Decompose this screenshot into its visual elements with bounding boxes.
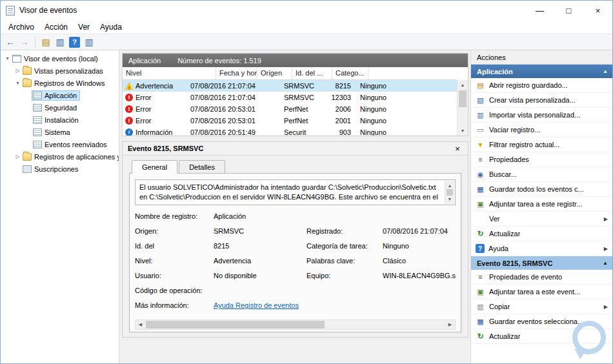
help-icon: ? <box>476 244 485 253</box>
action-item[interactable]: ≡ Propiedades <box>471 152 612 167</box>
collapse-icon[interactable]: ▴ <box>604 260 607 266</box>
detail-tab[interactable]: General <box>132 160 177 174</box>
save-all-events-icon: ▦ <box>476 185 485 194</box>
action-item[interactable]: ≡ Propiedades de evento <box>471 270 612 285</box>
tree-item[interactable]: ▷ Vistas personalizadas <box>1 65 119 77</box>
action-item[interactable]: ▦ Guardar todos los eventos c... <box>471 182 612 197</box>
event-level: Error <box>136 94 151 101</box>
action-item[interactable]: ▧ Crear vista personalizada... <box>471 93 612 108</box>
action-item[interactable]: ↻ Actualizar <box>471 227 612 241</box>
event-row[interactable]: Advertencia 07/08/2016 21:07:04 SRMSVC 8… <box>123 80 457 92</box>
tree-item[interactable]: Sistema <box>1 126 119 138</box>
title-bar: Visor de eventos — □ × <box>1 1 612 20</box>
column-header[interactable]: Fecha y hora <box>216 67 257 79</box>
submenu-arrow-icon: ▶ <box>604 304 608 310</box>
action-item[interactable]: ? Ayuda ▶ <box>471 241 612 256</box>
scrollbar-thumb[interactable] <box>146 321 325 329</box>
tree-item[interactable]: ▾ Registros de Windows <box>1 77 119 89</box>
column-header[interactable]: Origen <box>257 67 292 79</box>
tree-item-label: Eventos reenviados <box>45 141 107 148</box>
actions-section-application[interactable]: Aplicación ▴ <box>471 65 612 78</box>
tree-item[interactable]: Instalación <box>1 114 119 126</box>
tree-expander-icon[interactable]: ▾ <box>3 56 12 61</box>
event-row[interactable]: Error 07/08/2016 20:53:01 PerfNet 2006 N… <box>123 103 457 115</box>
column-header[interactable]: Id. del ... <box>292 67 332 79</box>
export-list-icon[interactable]: ▤ <box>39 35 52 48</box>
action-item[interactable]: ▥ Importar vista personalizad... <box>471 108 612 123</box>
event-list-scrollbar[interactable]: ▲ ▼ <box>457 80 468 136</box>
scroll-up-icon[interactable]: ▲ <box>457 80 468 90</box>
action-label: Actualizar <box>489 230 520 238</box>
event-level-icon <box>125 117 133 125</box>
event-row[interactable]: Error 07/08/2016 20:53:01 PerfNet 2001 N… <box>123 115 457 126</box>
scroll-right-icon[interactable]: ▶ <box>445 320 455 329</box>
tree-expander-icon[interactable]: ▷ <box>14 154 22 159</box>
detail-horizontal-scrollbar[interactable]: ◀ ▶ <box>135 319 456 330</box>
actions-section-event[interactable]: Evento 8215, SRMSVC ▴ <box>471 256 612 270</box>
event-level: Información <box>136 128 172 136</box>
event-date: 07/08/2016 20:51:49 <box>187 128 281 136</box>
tree-expander-icon[interactable]: ▷ <box>14 68 22 74</box>
column-header[interactable]: Nivel <box>123 67 216 79</box>
menu-bar: Archivo Acción Ver Ayuda <box>1 20 612 34</box>
field-value: No disponible <box>214 272 306 279</box>
action-item[interactable]: ◉ Buscar... <box>471 167 612 182</box>
description-scrollbar[interactable]: ▲ ▼ <box>445 181 454 204</box>
forward-icon[interactable]: → <box>18 35 31 48</box>
event-log-help-link[interactable]: Ayuda Registro de eventos <box>214 301 299 316</box>
maximize-button[interactable]: □ <box>554 1 583 20</box>
event-date: 07/08/2016 20:53:01 <box>187 117 281 125</box>
menu-item[interactable]: Acción <box>39 21 73 33</box>
copy-icon: ▥ <box>476 302 485 312</box>
back-icon[interactable]: ← <box>4 35 17 48</box>
action-item[interactable]: ▭ Vaciar registro... <box>471 123 612 137</box>
field-row: Nombre de registro: Aplicación <box>135 212 456 227</box>
import-custom-view-icon: ▥ <box>476 110 485 120</box>
show-action-pane-icon[interactable]: ▥ <box>83 35 95 48</box>
create-custom-view-icon: ▧ <box>476 96 485 105</box>
event-row[interactable]: Información 07/08/2016 20:51:49 Securit … <box>123 126 457 136</box>
event-description[interactable]: El usuario SOLVETICO\Administrador ha in… <box>135 179 456 205</box>
action-label: Guardar eventos selecciona... <box>489 318 583 325</box>
collapse-icon[interactable]: ▴ <box>604 68 607 74</box>
action-item[interactable]: ▤ Abrir registro guardado... <box>471 78 612 93</box>
action-item[interactable]: ▥ Copiar ▶ <box>471 299 612 314</box>
event-row[interactable]: Error 07/08/2016 21:07:04 SRMSVC 12303 N… <box>123 92 457 103</box>
action-item[interactable]: Ver ▶ <box>471 212 612 227</box>
event-source: PerfNet <box>281 105 322 113</box>
scroll-down-icon[interactable]: ▼ <box>457 126 468 136</box>
minimize-button[interactable]: — <box>525 1 554 20</box>
center-pane: Aplicación Número de eventos: 1.519 Nive… <box>119 50 470 363</box>
tree-expander-icon[interactable]: ▾ <box>14 80 22 86</box>
menu-item[interactable]: Archivo <box>3 21 39 33</box>
tree-item[interactable]: Seguridad <box>1 101 119 114</box>
tree-item[interactable]: Aplicación <box>1 89 119 101</box>
scroll-down-icon[interactable]: ▼ <box>445 194 454 204</box>
description-line: El usuario SOLVETICO\Administrador ha in… <box>139 183 441 192</box>
help-icon[interactable]: ? <box>69 37 80 48</box>
tree-item[interactable]: ▾ Visor de eventos (local) <box>1 52 119 65</box>
tree-item[interactable]: Suscripciones <box>1 163 119 175</box>
scroll-left-icon[interactable]: ◀ <box>136 320 145 329</box>
show-console-tree-icon[interactable]: ▥ <box>54 35 66 48</box>
action-item[interactable]: ▣ Adjuntar tarea a este event... <box>471 285 612 299</box>
event-date: 07/08/2016 21:07:04 <box>187 94 281 101</box>
detail-tab[interactable]: Detalles <box>179 160 225 174</box>
scrollbar-thumb[interactable] <box>459 90 467 107</box>
field-label: Id. del <box>135 242 214 250</box>
open-saved-log-icon: ▤ <box>476 81 485 90</box>
tree-item[interactable]: ▷ Registros de aplicaciones y s <box>1 150 119 163</box>
menu-item[interactable]: Ayuda <box>95 21 127 33</box>
action-item[interactable]: ▼ Filtrar registro actual... <box>471 137 612 152</box>
action-label: Abrir registro guardado... <box>489 81 568 89</box>
menu-item[interactable]: Ver <box>73 21 95 33</box>
action-item[interactable]: ▣ Adjuntar tarea a este registr... <box>471 197 612 212</box>
close-detail-icon[interactable]: × <box>452 144 463 154</box>
column-header[interactable]: Catego... <box>332 67 368 79</box>
action-label: Ver <box>489 215 500 223</box>
close-button[interactable]: × <box>583 1 612 20</box>
tree-item[interactable]: Eventos reenviados <box>1 138 119 150</box>
event-list-header: Aplicación Número de eventos: 1.519 <box>123 54 468 67</box>
event-category: Ninguno <box>357 128 397 136</box>
tree-item-icon <box>33 104 42 112</box>
